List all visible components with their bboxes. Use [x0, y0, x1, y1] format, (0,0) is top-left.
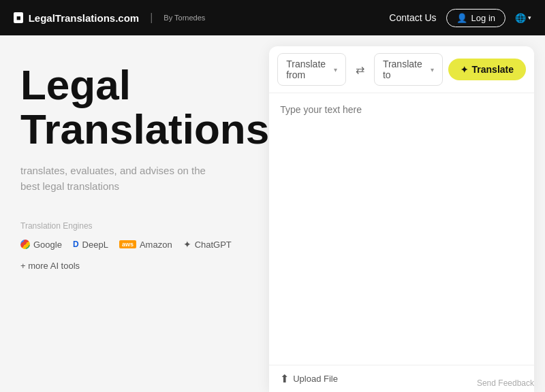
aws-icon: aws: [119, 240, 136, 248]
source-text-input[interactable]: [280, 104, 523, 354]
upload-icon: ⬆: [280, 372, 289, 385]
navbar-left: ■ LegalTranslations.com | By Tornedes: [14, 12, 205, 24]
engine-deepl: D DeepL: [73, 240, 108, 250]
hero-subtitle: translates, evaluates, and advises on th…: [20, 163, 218, 194]
translate-button-label: Translate: [472, 64, 514, 75]
engine-amazon: aws Amazon: [119, 240, 172, 250]
upload-file-button[interactable]: ⬆ Upload File: [280, 372, 338, 385]
feedback-bar: Send Feedback: [466, 374, 545, 392]
google-label: Google: [33, 240, 62, 250]
main-content: Legal Translations translates, evaluates…: [0, 35, 545, 392]
logo-text: LegalTranslations.com: [29, 12, 140, 24]
engine-chatgpt: ✦ ChatGPT: [183, 239, 232, 250]
engine-google: Google: [20, 240, 62, 250]
translator-toolbar: Translate from ▾ ⇄ Translate to ▾ ✦ Tran…: [269, 46, 534, 93]
deepl-icon: D: [73, 240, 79, 249]
amazon-label: Amazon: [140, 240, 172, 250]
translate-to-select[interactable]: Translate to ▾: [374, 53, 443, 86]
google-icon: [20, 240, 30, 249]
openai-icon: ✦: [183, 239, 191, 250]
chevron-down-icon: ▾: [334, 66, 337, 74]
send-feedback-link[interactable]: Send Feedback: [477, 378, 534, 388]
translate-from-select[interactable]: Translate from ▾: [277, 53, 346, 86]
hero-section: Legal Translations translates, evaluates…: [0, 35, 269, 392]
person-icon: 👤: [456, 13, 467, 23]
engines-label: Translation Engines: [20, 221, 269, 231]
navbar-right: Contact Us 👤 Log in 🌐 ▾: [389, 9, 531, 27]
language-selector-button[interactable]: 🌐 ▾: [515, 13, 531, 23]
hero-title-line2: Translations: [20, 105, 269, 152]
sparkle-icon: ✦: [461, 65, 468, 75]
hero-title-line1: Legal: [20, 61, 131, 108]
globe-icon: 🌐: [515, 13, 526, 23]
engines-list: Google D DeepL aws Amazon ✦ ChatGPT + mo…: [20, 239, 269, 271]
translate-from-label: Translate from: [286, 59, 334, 80]
hero-title: Legal Translations: [20, 63, 269, 151]
swap-icon: ⇄: [356, 63, 364, 76]
contact-link[interactable]: Contact Us: [389, 12, 436, 23]
deepl-label: DeepL: [82, 240, 108, 250]
chevron-down-icon: ▾: [431, 66, 434, 74]
logo-box: ■ LegalTranslations.com: [14, 12, 139, 24]
by-label: By Tornedes: [164, 14, 205, 22]
upload-label: Upload File: [293, 374, 338, 384]
login-button[interactable]: 👤 Log in: [446, 9, 505, 27]
logo-icon: ■: [14, 12, 23, 23]
chevron-down-icon: ▾: [528, 14, 531, 21]
more-tools-label: + more AI tools: [20, 261, 80, 271]
translate-to-label: Translate to: [383, 59, 431, 80]
login-label: Log in: [471, 13, 495, 23]
swap-languages-button[interactable]: ⇄: [352, 61, 369, 79]
logo-divider: |: [150, 12, 153, 24]
navbar: ■ LegalTranslations.com | By Tornedes Co…: [0, 0, 545, 35]
chatgpt-label: ChatGPT: [195, 240, 232, 250]
translator-panel: Translate from ▾ ⇄ Translate to ▾ ✦ Tran…: [269, 46, 534, 392]
translate-button[interactable]: ✦ Translate: [448, 59, 526, 80]
translation-input-area: [269, 93, 534, 365]
